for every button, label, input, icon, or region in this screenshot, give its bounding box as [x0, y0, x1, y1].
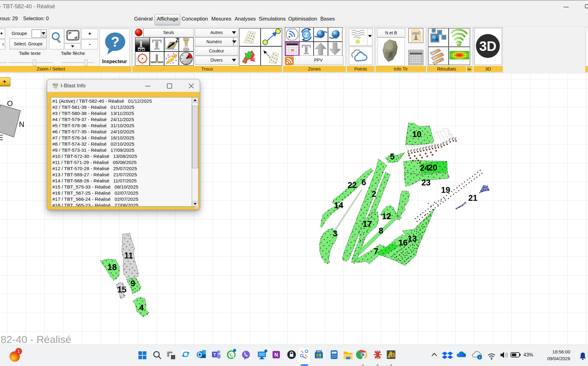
svg-text:Z: Z: [304, 32, 308, 38]
svg-text:N: N: [19, 120, 24, 128]
svg-text:7: 7: [374, 247, 378, 256]
svg-text:T: T: [152, 38, 162, 51]
svg-text:43%: 43%: [523, 352, 533, 357]
svg-text:11: 11: [124, 251, 133, 260]
svg-text:N: N: [274, 352, 278, 358]
svg-text:24: 24: [420, 163, 429, 173]
svg-text:18: 18: [107, 263, 117, 272]
svg-text:9: 9: [130, 279, 135, 288]
svg-text:E: E: [0, 133, 3, 142]
svg-text:B: B: [391, 352, 395, 358]
svg-text:i: i: [479, 355, 480, 359]
svg-text:?: ?: [111, 34, 119, 50]
svg-text:16: 16: [398, 238, 408, 247]
svg-text:T: T: [413, 30, 420, 42]
svg-text:T: T: [302, 42, 311, 56]
svg-text:O: O: [7, 99, 13, 108]
svg-text:22: 22: [348, 181, 357, 190]
svg-text:12: 12: [382, 212, 391, 221]
svg-text:3D: 3D: [479, 39, 496, 54]
svg-text:Z: Z: [175, 38, 178, 43]
svg-text:13: 13: [408, 234, 417, 243]
svg-text:21: 21: [468, 193, 477, 203]
svg-text:20: 20: [428, 163, 437, 172]
svg-text:6: 6: [361, 178, 366, 187]
svg-text:19: 19: [441, 185, 450, 195]
svg-text:2: 2: [371, 189, 376, 199]
svg-text:17: 17: [363, 219, 372, 229]
svg-text:1: 1: [139, 39, 143, 49]
svg-text:10: 10: [412, 130, 421, 139]
svg-text:3: 3: [333, 229, 337, 238]
svg-text:15: 15: [117, 285, 126, 294]
svg-text:14: 14: [334, 201, 343, 210]
svg-text:8: 8: [379, 226, 383, 235]
svg-text:1: 1: [17, 349, 20, 354]
svg-text:5: 5: [390, 152, 394, 161]
svg-text:4: 4: [139, 303, 144, 312]
svg-text:23: 23: [421, 178, 431, 187]
svg-text:T: T: [213, 352, 216, 357]
